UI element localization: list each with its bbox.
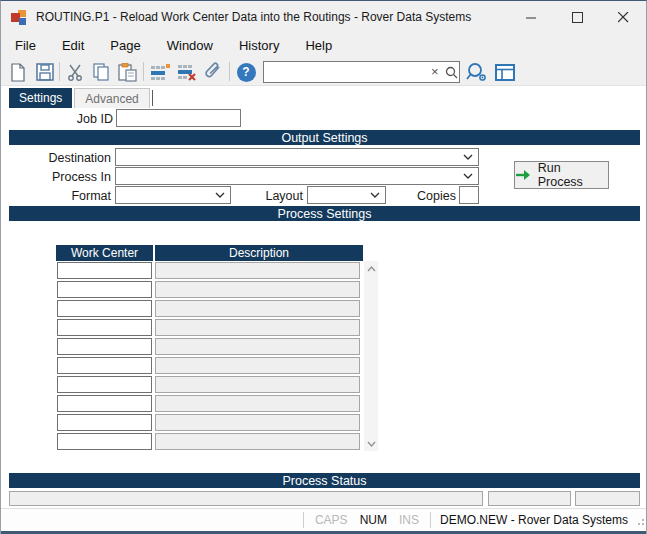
delete-row-icon[interactable] bbox=[175, 60, 199, 84]
process-in-select[interactable] bbox=[115, 167, 479, 185]
work-center-input[interactable] bbox=[57, 319, 152, 336]
table-row bbox=[56, 280, 363, 299]
format-select[interactable] bbox=[115, 186, 231, 204]
search-input[interactable] bbox=[264, 63, 427, 81]
description-cell bbox=[155, 300, 360, 317]
table-row bbox=[56, 337, 363, 356]
save-icon[interactable] bbox=[33, 60, 57, 84]
run-process-button[interactable]: Run Process bbox=[514, 161, 609, 189]
description-cell bbox=[155, 357, 360, 374]
search-clear-icon[interactable]: × bbox=[427, 62, 443, 82]
menu-history[interactable]: History bbox=[226, 35, 292, 56]
menu-file[interactable]: File bbox=[2, 35, 49, 56]
work-center-input[interactable] bbox=[57, 395, 152, 412]
run-process-label: Run Process bbox=[538, 161, 608, 189]
table-header: Work Center Description bbox=[56, 245, 363, 261]
minimize-button[interactable] bbox=[508, 1, 554, 33]
copies-label: Copies bbox=[376, 189, 456, 203]
description-cell bbox=[155, 262, 360, 279]
job-id-label: Job ID bbox=[1, 112, 113, 126]
layout-select[interactable] bbox=[307, 186, 386, 204]
job-id-input[interactable] bbox=[116, 109, 241, 127]
copy-icon[interactable] bbox=[89, 60, 113, 84]
work-center-input[interactable] bbox=[57, 433, 152, 450]
table-body bbox=[56, 261, 363, 451]
status-bar: CAPS NUM INS DEMO.NEW - Rover Data Syste… bbox=[1, 508, 646, 531]
paperclip-icon[interactable] bbox=[201, 60, 225, 84]
window-title: ROUTING.P1 - Reload Work Center Data int… bbox=[36, 10, 471, 24]
menu-window[interactable]: Window bbox=[154, 35, 226, 56]
description-cell bbox=[155, 433, 360, 450]
work-center-input[interactable] bbox=[57, 338, 152, 355]
search-icon[interactable] bbox=[443, 66, 463, 79]
column-header-work-center: Work Center bbox=[56, 245, 153, 261]
menu-bar: File Edit Page Window History Help bbox=[1, 33, 646, 57]
toolbar: ? × bbox=[1, 57, 646, 86]
scroll-down-icon[interactable] bbox=[364, 436, 378, 451]
menu-page[interactable]: Page bbox=[97, 35, 153, 56]
table-row bbox=[56, 375, 363, 394]
format-label: Format bbox=[1, 189, 111, 203]
work-center-input[interactable] bbox=[57, 357, 152, 374]
paste-icon[interactable] bbox=[115, 60, 139, 84]
table-row bbox=[56, 356, 363, 375]
maximize-button[interactable] bbox=[554, 1, 600, 33]
description-cell bbox=[155, 376, 360, 393]
help-icon[interactable]: ? bbox=[234, 60, 258, 84]
chevron-down-icon bbox=[463, 154, 473, 160]
menu-help[interactable]: Help bbox=[292, 35, 345, 56]
process-status-field-main bbox=[9, 491, 483, 506]
insert-row-icon[interactable] bbox=[148, 60, 172, 84]
lookup-icon[interactable] bbox=[465, 60, 489, 84]
column-header-description: Description bbox=[155, 245, 363, 261]
toolbar-separator bbox=[143, 62, 144, 81]
resize-grip[interactable] bbox=[634, 515, 644, 525]
description-cell bbox=[155, 319, 360, 336]
work-center-input[interactable] bbox=[57, 414, 152, 431]
table-row bbox=[56, 432, 363, 451]
table-row bbox=[56, 394, 363, 413]
ins-indicator: INS bbox=[393, 513, 425, 527]
destination-label: Destination bbox=[1, 151, 111, 165]
menu-edit[interactable]: Edit bbox=[49, 35, 97, 56]
process-settings-header: Process Settings bbox=[9, 206, 640, 221]
statusbar-separator bbox=[303, 512, 304, 528]
destination-select[interactable] bbox=[115, 148, 479, 166]
copies-input[interactable] bbox=[459, 186, 479, 204]
layout-label: Layout bbox=[223, 189, 303, 203]
table-row bbox=[56, 261, 363, 280]
table-row bbox=[56, 413, 363, 432]
app-window: ROUTING.P1 - Reload Work Center Data int… bbox=[0, 0, 647, 534]
tab-strip-edge bbox=[152, 90, 153, 106]
help-glyph: ? bbox=[242, 65, 249, 79]
caps-indicator: CAPS bbox=[309, 513, 354, 527]
chevron-down-icon bbox=[463, 173, 473, 179]
layout-icon[interactable] bbox=[493, 60, 517, 84]
table-scrollbar[interactable] bbox=[364, 261, 378, 451]
work-center-input[interactable] bbox=[57, 262, 152, 279]
new-document-icon[interactable] bbox=[6, 60, 30, 84]
description-cell bbox=[155, 281, 360, 298]
scroll-up-icon[interactable] bbox=[364, 261, 378, 276]
tab-advanced[interactable]: Advanced bbox=[74, 88, 149, 108]
work-center-input[interactable] bbox=[57, 281, 152, 298]
description-cell bbox=[155, 338, 360, 355]
tab-settings[interactable]: Settings bbox=[9, 88, 72, 108]
table-row bbox=[56, 299, 363, 318]
process-status-field-2 bbox=[488, 491, 571, 506]
toolbar-separator bbox=[229, 62, 230, 81]
close-button[interactable] bbox=[600, 1, 646, 33]
search-box: × bbox=[263, 61, 460, 83]
title-bar: ROUTING.P1 - Reload Work Center Data int… bbox=[1, 1, 646, 33]
work-center-input[interactable] bbox=[57, 300, 152, 317]
num-indicator: NUM bbox=[354, 513, 393, 527]
run-arrow-icon bbox=[515, 169, 531, 181]
toolbar-separator bbox=[59, 62, 60, 81]
description-cell bbox=[155, 395, 360, 412]
tab-strip: Settings Advanced bbox=[9, 88, 153, 108]
work-center-input[interactable] bbox=[57, 376, 152, 393]
cut-icon[interactable] bbox=[63, 60, 87, 84]
description-cell bbox=[155, 414, 360, 431]
process-status-header: Process Status bbox=[9, 473, 640, 488]
process-in-label: Process In bbox=[1, 170, 111, 184]
